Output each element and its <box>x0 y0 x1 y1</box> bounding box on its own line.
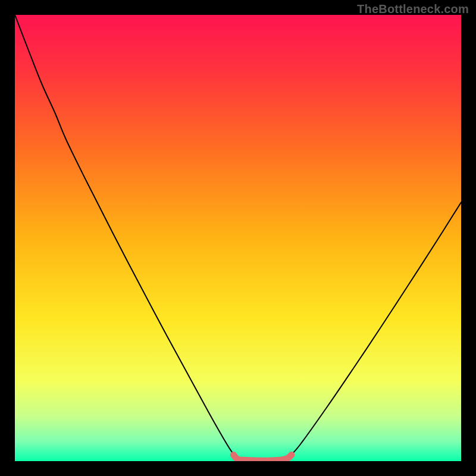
chart-svg <box>15 15 461 461</box>
watermark-text: TheBottleneck.com <box>357 2 469 16</box>
chart-plot-area <box>15 15 461 461</box>
chart-background <box>15 15 461 461</box>
